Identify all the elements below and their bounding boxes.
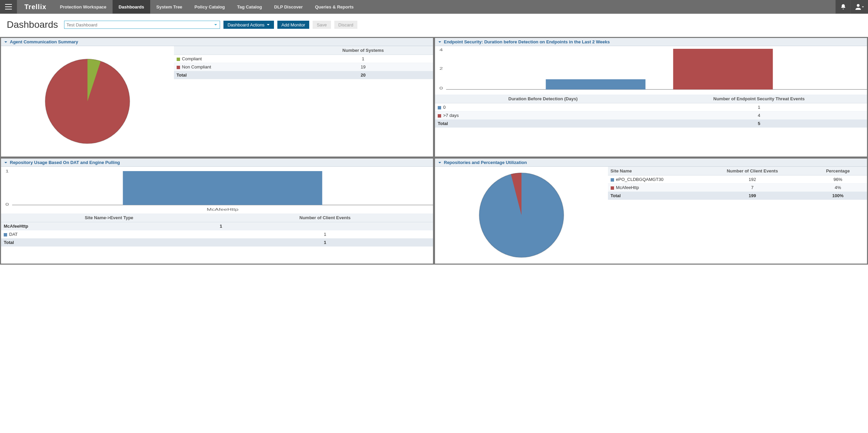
row-label: McAfeeHttp	[616, 185, 639, 190]
panel-repo-usage: Repository Usage Based On DAT and Engine…	[1, 159, 433, 264]
bar-chart: 4 2 0	[435, 46, 867, 94]
table-row[interactable]: Non Compliant 19	[174, 63, 433, 71]
legend-swatch	[4, 233, 7, 236]
chevron-down-icon	[438, 161, 442, 165]
bell-icon	[840, 4, 846, 10]
svg-rect-15	[123, 171, 322, 205]
nav-policy-catalog[interactable]: Policy Catalog	[189, 0, 231, 14]
svg-text:0: 0	[5, 202, 9, 206]
svg-text:4: 4	[439, 48, 443, 52]
dashboard-actions-button[interactable]: Dashboard Actions	[223, 21, 274, 29]
table-group-row[interactable]: McAfeeHttp 1	[1, 222, 433, 230]
row-value: 192	[696, 176, 809, 184]
panel-title: Agent Communication Summary	[10, 39, 78, 44]
row-value: 7	[696, 184, 809, 192]
nav-protection-workspace[interactable]: Protection Workspace	[54, 0, 113, 14]
svg-rect-0	[5, 4, 12, 5]
row-label: 0	[443, 105, 446, 110]
row-label: Non Compliant	[182, 64, 211, 69]
table-row[interactable]: >7 days 4	[435, 111, 867, 120]
svg-rect-10	[546, 79, 646, 89]
panel-agent-communication: Agent Communication Summary Number of Sy…	[1, 38, 433, 157]
panel-detection-duration: Endpoint Security: Duration before Detec…	[435, 38, 867, 157]
panel-header[interactable]: Repository Usage Based On DAT and Engine…	[1, 159, 433, 167]
col-header: Number of Client Events	[696, 167, 809, 176]
col-header: Duration Before Detection (Days)	[435, 95, 651, 103]
col-header: Number of Endpoint Security Threat Event…	[651, 95, 867, 103]
brand-logo: Trellix	[17, 3, 54, 11]
dashboard-actions-label: Dashboard Actions	[228, 22, 264, 27]
svg-rect-1	[5, 6, 12, 7]
svg-point-3	[857, 4, 860, 7]
legend-swatch	[177, 58, 180, 61]
row-value: 1	[651, 103, 867, 111]
row-value: 1	[293, 55, 433, 63]
action-bar: Dashboards Test Dashboard Dashboard Acti…	[0, 14, 868, 37]
table-row[interactable]: ePO_CLDBGQAMGT30 192 96%	[608, 176, 867, 184]
col-header: Number of Systems	[293, 46, 433, 55]
panel-title: Endpoint Security: Duration before Detec…	[444, 39, 610, 44]
svg-text:McAfeeHttp: McAfeeHttp	[206, 207, 238, 211]
chevron-down-icon	[214, 23, 218, 27]
detection-table: Duration Before Detection (Days) Number …	[435, 95, 867, 128]
svg-rect-11	[673, 49, 773, 89]
row-value: 19	[293, 63, 433, 71]
row-label: Compliant	[182, 56, 202, 61]
dashboard-select-value: Test Dashboard	[66, 22, 97, 27]
pie-chart	[477, 171, 566, 259]
agent-table: Number of Systems Compliant 1 Non Compli…	[174, 46, 433, 79]
menu-button[interactable]	[0, 0, 17, 14]
hamburger-icon	[5, 4, 12, 9]
main-nav: Protection Workspace Dashboards System T…	[54, 0, 360, 14]
legend-swatch	[611, 186, 614, 190]
chevron-down-icon	[438, 40, 442, 44]
panel-header[interactable]: Repositories and Percentage Utilization	[435, 159, 867, 167]
row-label: DAT	[9, 232, 18, 237]
topbar-right	[835, 0, 868, 14]
save-button: Save	[313, 21, 331, 29]
panel-header[interactable]: Agent Communication Summary	[1, 38, 433, 46]
dashboard-grid: Agent Communication Summary Number of Sy…	[0, 37, 868, 265]
svg-text:0: 0	[439, 86, 443, 90]
nav-tag-catalog[interactable]: Tag Catalog	[231, 0, 268, 14]
legend-swatch	[438, 106, 441, 109]
notifications-button[interactable]	[835, 0, 850, 14]
nav-dashboards[interactable]: Dashboards	[113, 0, 150, 14]
nav-queries-reports[interactable]: Queries & Reports	[309, 0, 360, 14]
row-value: 4	[651, 111, 867, 120]
legend-swatch	[177, 66, 180, 69]
user-icon	[855, 4, 864, 10]
table-row[interactable]: Compliant 1	[174, 55, 433, 63]
table-total-row: Total 20	[174, 71, 433, 79]
chevron-down-icon	[4, 40, 8, 44]
add-monitor-button[interactable]: Add Monitor	[277, 21, 309, 29]
nav-dlp-discover[interactable]: DLP Discover	[268, 0, 309, 14]
panel-header[interactable]: Endpoint Security: Duration before Detec…	[435, 38, 867, 46]
discard-button: Discard	[334, 21, 357, 29]
table-row[interactable]: McAfeeHttp 7 4%	[608, 184, 867, 192]
col-header: Percentage	[809, 167, 867, 176]
panel-repo-pct: Repositories and Percentage Utilization …	[435, 159, 867, 264]
repo-usage-table: Site Name->Event Type Number of Client E…	[1, 213, 433, 247]
table-total-row: Total 199 100%	[608, 192, 867, 200]
legend-swatch	[438, 114, 441, 118]
row-label: >7 days	[443, 113, 459, 118]
topbar: Trellix Protection Workspace Dashboards …	[0, 0, 868, 14]
table-total-row: Total 1	[1, 239, 433, 247]
svg-rect-2	[5, 9, 12, 9]
page-title: Dashboards	[7, 19, 58, 30]
table-row[interactable]: 0 1	[435, 103, 867, 111]
bar-chart: 1 0 McAfeeHttp	[1, 167, 433, 212]
user-menu-button[interactable]	[850, 0, 868, 14]
chevron-down-icon	[4, 161, 8, 165]
legend-swatch	[611, 178, 614, 182]
table-row[interactable]: DAT 1	[1, 230, 433, 239]
row-pct: 4%	[809, 184, 867, 192]
svg-text:1: 1	[5, 169, 9, 173]
dashboard-select[interactable]: Test Dashboard	[64, 21, 220, 29]
col-header: Site Name	[608, 167, 696, 176]
col-header: Number of Client Events	[217, 213, 433, 222]
svg-text:2: 2	[439, 66, 443, 70]
nav-system-tree[interactable]: System Tree	[150, 0, 189, 14]
col-header: Site Name->Event Type	[1, 213, 217, 222]
